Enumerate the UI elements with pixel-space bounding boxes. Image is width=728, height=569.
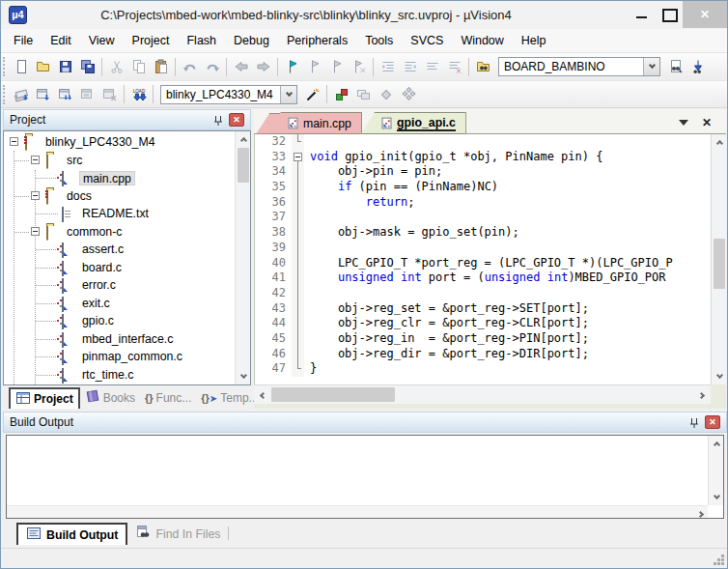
tree-item-label[interactable]: blinky_LPC4330_M4 xyxy=(42,135,157,150)
scroll-left-icon[interactable] xyxy=(254,387,269,403)
document-tab-main-cpp[interactable]: main.cpp xyxy=(267,112,362,134)
toggle-bookmark-button[interactable] xyxy=(281,56,303,77)
tab-find-in-files[interactable]: Find In Files xyxy=(127,523,228,545)
collapse-icon[interactable] xyxy=(31,191,40,200)
scrollbar-thumb[interactable] xyxy=(238,148,249,183)
tab-list-chevron-icon[interactable] xyxy=(676,115,691,130)
pin-icon[interactable] xyxy=(686,415,702,430)
build-button[interactable] xyxy=(32,84,54,105)
tree-item-label[interactable]: assert.c xyxy=(79,242,126,257)
tree-item-src[interactable]: src xyxy=(4,152,235,170)
previous-bookmark-button[interactable] xyxy=(303,56,325,77)
tree-item-main.cpp[interactable]: main.cpp xyxy=(4,169,235,187)
tab-func-[interactable]: {}Func... xyxy=(140,387,196,408)
tree-item-partial[interactable] xyxy=(4,384,235,384)
menu-window[interactable]: Window xyxy=(452,29,512,53)
menu-svcs[interactable]: SVCS xyxy=(402,29,452,53)
toolbar-grip[interactable] xyxy=(3,85,10,104)
indent-button[interactable] xyxy=(377,56,399,77)
uncomment-button[interactable] xyxy=(443,56,465,77)
menu-debug[interactable]: Debug xyxy=(225,29,278,53)
diamond-button[interactable] xyxy=(375,84,397,105)
tree-item-label[interactable]: exit.c xyxy=(79,297,113,311)
save-button[interactable] xyxy=(54,56,76,77)
tree-item-docs[interactable]: docs xyxy=(4,187,235,206)
collapse-icon[interactable] xyxy=(10,137,18,146)
editor-vertical-scrollbar[interactable] xyxy=(711,134,726,384)
code-editor[interactable]: 3233void gpio_init(gpio_t *obj, PinName … xyxy=(254,134,726,384)
build-output-hscrollbar[interactable] xyxy=(7,505,708,518)
chevron-down-icon[interactable] xyxy=(280,86,296,103)
menu-file[interactable]: File xyxy=(5,29,42,53)
tab-project[interactable]: Project xyxy=(9,387,80,409)
chevron-down-icon[interactable] xyxy=(643,58,659,75)
close-button[interactable] xyxy=(683,1,727,28)
batch-build-button[interactable] xyxy=(76,84,98,105)
tree-item-label[interactable]: board.c xyxy=(79,261,125,275)
navigate-forward-button[interactable] xyxy=(252,56,274,77)
windows-overlay-button[interactable] xyxy=(352,84,375,105)
fold-margin[interactable] xyxy=(292,150,304,165)
tree-item-label[interactable]: error.c xyxy=(79,278,119,293)
scrollbar-thumb[interactable] xyxy=(714,239,725,289)
pin-icon[interactable] xyxy=(210,113,226,128)
undo-button[interactable] xyxy=(179,56,201,77)
scroll-up-icon[interactable] xyxy=(709,436,724,451)
next-bookmark-button[interactable] xyxy=(325,56,348,77)
collapse-icon[interactable] xyxy=(31,156,40,164)
find-in-files-button[interactable] xyxy=(664,56,686,77)
menu-peripherals[interactable]: Peripherals xyxy=(278,29,356,53)
close-document-icon[interactable]: ✕ xyxy=(699,115,714,130)
tree-item-board.c[interactable]: board.c xyxy=(4,259,235,277)
tree-item-label[interactable]: gpio.c xyxy=(79,314,117,328)
document-tab-gpio-api-c[interactable]: gpio_api.c xyxy=(361,112,466,134)
diamond-grid-button[interactable] xyxy=(397,84,419,105)
tree-item-label[interactable]: src xyxy=(64,154,85,168)
tree-item-label[interactable]: main.cpp xyxy=(79,171,135,185)
scrollbar-thumb[interactable] xyxy=(271,387,395,402)
rebuild-button[interactable] xyxy=(54,84,76,105)
cut-button[interactable] xyxy=(105,56,127,77)
menu-flash[interactable]: Flash xyxy=(178,29,225,53)
tree-item-pinmap_common.c[interactable]: pinmap_common.c xyxy=(4,348,235,366)
minimize-button[interactable] xyxy=(629,1,656,28)
paste-button[interactable] xyxy=(150,56,172,77)
scroll-right-icon[interactable] xyxy=(698,506,706,520)
workspace-folder-button[interactable] xyxy=(472,56,494,77)
collapse-icon[interactable] xyxy=(31,227,40,236)
tree-item-README.txt[interactable]: README.txt xyxy=(4,205,235,223)
save-all-button[interactable] xyxy=(76,56,98,77)
tree-item-label[interactable]: pinmap_common.c xyxy=(79,350,185,364)
menu-tools[interactable]: Tools xyxy=(356,29,402,53)
incremental-find-button[interactable] xyxy=(686,56,709,77)
clear-bookmarks-button[interactable] xyxy=(348,56,370,77)
tree-item-error.c[interactable]: error.c xyxy=(4,276,235,295)
scroll-down-icon[interactable] xyxy=(236,369,251,384)
manage-rte-button[interactable] xyxy=(330,84,352,105)
target-options-button[interactable] xyxy=(301,84,323,105)
build-target-combobox[interactable]: blinky_LPC4330_M4 xyxy=(160,85,297,104)
tree-item-assert.c[interactable]: assert.c xyxy=(4,241,235,259)
menu-edit[interactable]: Edit xyxy=(42,29,80,53)
redo-button[interactable] xyxy=(201,56,223,77)
tree-item-common-c[interactable]: common-c xyxy=(4,223,235,242)
project-tree-scrollbar[interactable] xyxy=(235,131,250,384)
build-output-content[interactable] xyxy=(6,435,724,519)
comment-button[interactable] xyxy=(421,56,443,77)
editor-horizontal-scrollbar[interactable] xyxy=(254,384,711,404)
build-output-vscrollbar[interactable] xyxy=(708,436,723,505)
tree-item-label[interactable]: common-c xyxy=(64,225,125,240)
scroll-right-icon[interactable] xyxy=(695,387,711,403)
tree-item-label[interactable]: docs xyxy=(64,189,95,204)
scroll-down-icon[interactable] xyxy=(709,490,724,505)
tree-item-label[interactable]: README.txt xyxy=(79,207,152,221)
close-panel-button[interactable] xyxy=(705,415,720,429)
maximize-button[interactable] xyxy=(656,1,683,28)
tree-item-rtc_time.c[interactable]: rtc_time.c xyxy=(4,366,235,384)
menu-view[interactable]: View xyxy=(80,29,124,53)
resize-grip[interactable] xyxy=(721,555,724,557)
navigate-back-button[interactable] xyxy=(230,56,252,77)
menu-help[interactable]: Help xyxy=(513,29,555,53)
load-button[interactable]: LOAD xyxy=(127,84,150,105)
scroll-up-icon[interactable] xyxy=(236,131,251,147)
